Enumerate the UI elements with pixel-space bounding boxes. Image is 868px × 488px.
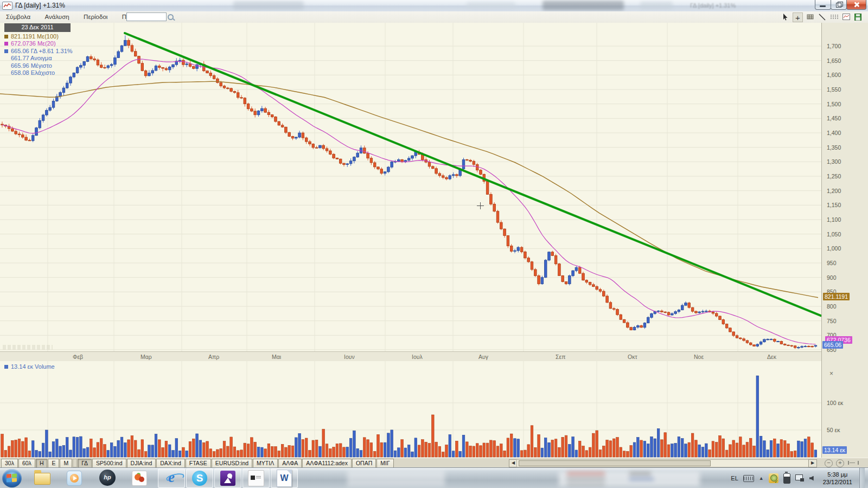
close-button[interactable] — [846, 0, 866, 10]
speaker-icon[interactable] — [809, 476, 814, 481]
month-label: Δεκ — [767, 354, 776, 360]
legend-low: 658.08 Ελάχιστο — [4, 69, 73, 77]
tab-EURUSD:ind[interactable]: EURUSD:ind — [212, 459, 252, 468]
tab-ΑΛΦΑ1112:adex[interactable]: ΑΛΦΑ1112:adex — [302, 459, 352, 468]
search-icon[interactable] — [168, 14, 174, 20]
legend-ma100: 821.1191 Με(100) — [4, 33, 73, 41]
scrollbar-thumb[interactable] — [519, 460, 711, 466]
price-axis-tick: 1,250 — [827, 173, 841, 179]
month-label: Μαρ — [141, 354, 152, 360]
internet-explorer-button[interactable]: e — [158, 468, 185, 488]
volume-pane-close-icon[interactable]: × — [828, 371, 834, 377]
app-icon — [2, 2, 12, 10]
photo-viewer-icon[interactable] — [132, 469, 150, 488]
price-axis-tick: 1,600 — [827, 72, 841, 78]
tab-60λ[interactable]: 60λ — [18, 459, 35, 468]
tab-SP500:ind[interactable]: SP500:ind — [92, 459, 126, 468]
price-axis-tick: 1,350 — [827, 144, 841, 151]
battery-icon[interactable] — [783, 473, 790, 484]
pointer-tool-icon[interactable] — [781, 12, 790, 21]
symbol-search-input[interactable] — [126, 12, 167, 21]
minimize-button[interactable] — [815, 0, 831, 10]
crosshair-tool-icon[interactable]: + — [793, 12, 803, 22]
fit-width-button[interactable] — [848, 461, 859, 465]
network-icon[interactable] — [795, 474, 805, 482]
tab-Η[interactable]: Η — [36, 459, 48, 468]
volume-swatch — [4, 365, 8, 369]
price-axis-tick: 1,200 — [827, 188, 841, 194]
price-axis-tick: 1,450 — [827, 115, 841, 121]
tab-ΜΙΓ[interactable]: ΜΙΓ — [376, 459, 393, 468]
watermark — [3, 345, 53, 350]
ma100-axis-badge: 821.1191 — [823, 293, 850, 300]
app-window: ΓΔ [daily] +1.31% ΓΔ [daily] +1.31% Σύμβ… — [0, 0, 868, 488]
notes-app-button[interactable] — [242, 468, 270, 488]
tab-30λ[interactable]: 30λ — [1, 459, 18, 468]
media-player-icon[interactable] — [67, 469, 85, 488]
dashed-line-tool-icon[interactable] — [829, 12, 839, 21]
word-icon: W — [277, 470, 292, 487]
ma20-swatch — [4, 42, 8, 46]
legend-ma20: 672.0736 Με(20) — [4, 40, 73, 48]
tab-FTASE[interactable]: FTASE — [186, 459, 211, 468]
scroll-right-arrow[interactable]: ▶ — [808, 459, 817, 467]
titlebar-blur-artifact — [233, 1, 304, 10]
zoom-in-button[interactable]: + — [836, 459, 844, 467]
show-desktop-button[interactable] — [859, 468, 865, 488]
volume-plot[interactable]: 13.14 εκ Volume — [0, 361, 821, 458]
internet-explorer-icon: e — [168, 469, 175, 486]
volume-axis-tick: 100 εκ — [827, 400, 843, 406]
price-axis-tick: 950 — [827, 260, 837, 266]
skype-icon: S — [192, 471, 207, 486]
clock-time: 5:38 μμ — [823, 471, 852, 478]
taskbar-blur-artifact — [629, 478, 654, 480]
language-indicator[interactable]: EL — [731, 475, 738, 481]
hp-icon[interactable]: hp — [99, 470, 118, 487]
menubar: Σύμβολα Ανάλυση Περίοδοι Προβολή + — [0, 11, 868, 23]
tab-Ε[interactable]: Ε — [48, 459, 59, 468]
tab-Μ[interactable]: Μ — [60, 459, 72, 468]
titlebar-ghost-title: ΓΔ [daily] +1.31% — [690, 2, 736, 9]
titlebar: ΓΔ [daily] +1.31% ΓΔ [daily] +1.31% — [0, 0, 868, 12]
trading-app-icon — [220, 471, 235, 486]
chart-window-icon[interactable] — [841, 12, 851, 21]
update-globe-icon[interactable] — [769, 473, 778, 483]
windows-explorer-icon[interactable] — [34, 470, 53, 487]
tab-ΜΥΤΙΛ[interactable]: ΜΥΤΙΛ — [253, 459, 278, 468]
price-chart-plot[interactable]: 23 Δεκ 2011 821.1191 Με(100) 672.0736 Με… — [0, 23, 821, 351]
volume-chart — [0, 361, 821, 458]
start-button[interactable] — [2, 469, 22, 487]
menu-analysis[interactable]: Ανάλυση — [39, 12, 75, 20]
keyboard-icon[interactable] — [743, 475, 754, 482]
clock[interactable]: 5:38 μμ 23/12/2011 — [823, 471, 852, 486]
horizontal-scrollbar: ◀ ▶ — [509, 459, 816, 466]
restore-button[interactable] — [831, 0, 847, 10]
candlestick-tool-icon[interactable] — [806, 12, 815, 21]
show-hidden-icons[interactable]: ▲ — [759, 476, 764, 481]
titlebar-blur-artifact — [467, 2, 515, 9]
save-icon[interactable] — [853, 12, 863, 21]
volume-legend: 13.14 εκ Volume — [4, 363, 55, 370]
zoom-out-button[interactable]: − — [825, 459, 833, 467]
word-button[interactable]: W — [271, 468, 298, 488]
skype-button[interactable]: S — [186, 468, 213, 488]
tab-ΟΠΑΠ[interactable]: ΟΠΑΠ — [352, 459, 376, 468]
clock-date: 23/12/2011 — [823, 478, 852, 486]
tab-DAX:ind[interactable]: DAX:ind — [156, 459, 185, 468]
month-label: Σεπ — [556, 354, 565, 360]
menu-symbols[interactable]: Σύμβολα — [0, 12, 36, 20]
taskbar: hp e S W EL ▲ 5:38 μμ 23/12/2011 — [0, 467, 868, 488]
tab-ΑΛΦΑ[interactable]: ΑΛΦΑ — [278, 459, 302, 468]
tab-DJIA:ind[interactable]: DJIA:ind — [127, 459, 156, 468]
notes-app-icon — [248, 470, 264, 486]
tabbar: 30λ60λΗΕΜΓΔSP500:indDJIA:indDAX:indFTASE… — [0, 458, 868, 468]
window-title: ΓΔ [daily] +1.31% — [15, 2, 65, 9]
month-label: Ιουν — [344, 354, 355, 360]
legend-open: 661.77 Ανοιγμα — [4, 55, 73, 62]
scrollbar-track[interactable] — [516, 459, 809, 467]
trading-app-button[interactable] — [214, 468, 241, 488]
menu-periods[interactable]: Περίοδοι — [78, 12, 113, 20]
tab-ΓΔ[interactable]: ΓΔ — [78, 459, 92, 468]
month-label: Φεβ — [73, 354, 83, 360]
trendline-tool-icon[interactable] — [818, 12, 827, 21]
